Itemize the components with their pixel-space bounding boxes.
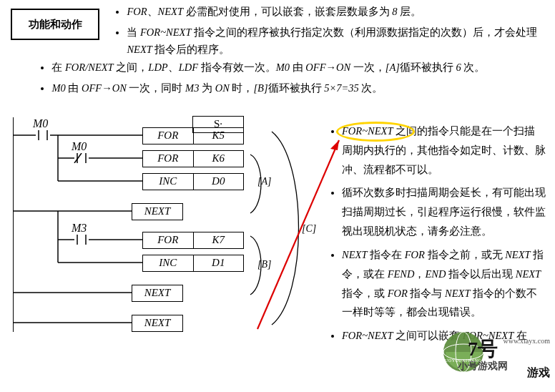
bullet-mid-2: M0 由 OFF→ON 一次，同时 M3 为 ON 时，[B]循环被执行 5×7…	[51, 79, 544, 97]
right-b2: 循环次数多时扫描周期会延长，有可能出现扫描周期过长，引起程序运行很慢，软件监视出…	[342, 183, 546, 240]
svg-line-13	[257, 140, 339, 329]
watermark: 7号 小号游戏网 www.xiayx.com ZHUOYOUXIWANG 游戏	[418, 331, 547, 371]
right-b3: NEXT 指令在 FOR 指令之前，或无 NEXT 指令，或在 FEND，END…	[342, 245, 546, 322]
top-bullets: FOR、NEXT 必需配对使用，可以嵌套，嵌套层数最多为 8 层。 当 FOR~…	[114, 3, 544, 62]
mid-bullets: 在 FOR/NEXT 之间，LDP、LDF 指令有效一次。M0 由 OFF→ON…	[39, 59, 544, 99]
section-title-box: 功能和动作	[11, 9, 99, 40]
wm-game: 游戏	[527, 366, 550, 381]
right-notes: FOR~NEXT 之间的指令只能是在一个扫描周期内执行的，其他指令如定时、计数、…	[328, 122, 546, 350]
bullet-mid-1: 在 FOR/NEXT 之间，LDP、LDF 指令有效一次。M0 由 OFF→ON…	[51, 59, 544, 77]
section-title: 功能和动作	[29, 18, 82, 31]
bullet-top-1: FOR、NEXT 必需配对使用，可以嵌套，嵌套层数最多为 8 层。	[127, 3, 544, 21]
bullet-top-2: 当 FOR~NEXT 指令之间的程序被执行指定次数（利用源数据指定的次数）后，才…	[127, 24, 544, 59]
wm-pin: ZHUOYOUXIWANG	[438, 358, 482, 363]
svg-marker-14	[330, 140, 339, 150]
red-arrow	[250, 136, 350, 336]
wm-url: www.xiayx.com	[504, 337, 550, 345]
